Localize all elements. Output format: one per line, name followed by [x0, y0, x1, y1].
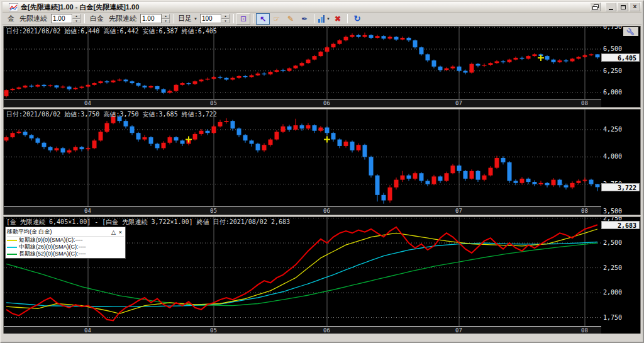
delete-x-icon: ✖	[335, 14, 341, 23]
window-title: 金[先限連続]1.00 - 白金[先限連続]1.00	[21, 3, 590, 12]
gold-x-axis: 0405060708	[4, 99, 601, 107]
platinum-multiplier-input[interactable]	[140, 14, 162, 23]
y-axis-label: 3,500	[603, 208, 622, 215]
spread-y-axis: 2,7502,5002,2502,0001,7502,683	[601, 217, 640, 334]
platinum-multiplier-spin-buttons[interactable]: ▴▾	[162, 14, 170, 23]
spin-up-icon[interactable]: ▴	[72, 14, 80, 19]
x-axis-label: 06	[323, 327, 330, 334]
gridlines	[4, 26, 601, 99]
mid-ma-swatch	[7, 247, 17, 248]
close-button[interactable]: ×	[630, 3, 640, 11]
toolbar-separator	[174, 14, 174, 23]
hand-tool-button[interactable]: ☞	[270, 13, 284, 25]
legend-title: 移動平均(金 白金)	[7, 228, 110, 236]
chevron-down-icon: ▼	[326, 17, 330, 21]
crosshair-markers	[186, 137, 330, 143]
x-axis-label: 04	[84, 100, 91, 106]
chart-select-tool-button[interactable]: ⊡	[236, 13, 250, 25]
y-axis-label: 6,500	[603, 45, 622, 52]
candlesticks	[4, 33, 600, 98]
x-axis-label: 04	[84, 208, 91, 214]
pen-tool-button[interactable]: ✒	[297, 13, 311, 25]
x-axis-label: 05	[210, 327, 217, 334]
minimize-button[interactable]	[606, 3, 616, 11]
chart-type-button[interactable]: ▼	[317, 13, 331, 25]
candlesticks	[4, 113, 600, 204]
legend-collapse-button[interactable]: △	[110, 229, 117, 235]
spin-up-icon[interactable]: ▴	[162, 14, 170, 19]
bar-count-spinner: ▴▾	[200, 14, 230, 23]
toolbar-separator	[233, 14, 234, 23]
moving-average-legend: 移動平均(金 白金) △ × 短期線(9)(0)(SMA)(C):---- 中期…	[5, 227, 126, 259]
settings-wrench-icon[interactable]	[623, 27, 638, 36]
pointer-tool-button[interactable]: ↖	[256, 13, 270, 25]
pointer-icon: ↖	[260, 14, 266, 23]
x-axis-label: 07	[455, 100, 462, 106]
y-axis-label: 4,000	[603, 153, 622, 160]
hand-icon: ☞	[274, 14, 280, 23]
pencil-tool-button[interactable]: ✎	[284, 13, 297, 25]
maximize-icon	[621, 5, 626, 9]
toolbar-separator	[314, 14, 314, 23]
x-axis-label: 07	[455, 208, 462, 214]
close-icon: ×	[633, 4, 637, 10]
platinum-plot-svg	[4, 110, 601, 206]
platinum-series-label: 先限連続	[109, 14, 136, 23]
chart-window: 金[先限連続]1.00 - 白金[先限連続]1.00 × 金 先限連続 ▴▾ 白…	[0, 0, 644, 343]
spin-down-icon[interactable]: ▾	[162, 19, 170, 24]
pencil-icon: ✎	[287, 14, 294, 23]
spin-down-icon[interactable]: ▾	[221, 19, 230, 24]
y-axis-label: 4,250	[603, 126, 622, 133]
spread-chart-panel: [金 先限連続 6,405×1.00] - [白金 先限連続 3,722×1.0…	[3, 216, 641, 335]
y-axis-label: 2,250	[603, 264, 622, 271]
spin-down-icon[interactable]: ▾	[72, 19, 80, 24]
cascade-button[interactable]	[590, 3, 601, 11]
x-axis-label: 05	[210, 100, 217, 106]
x-axis-label: 05	[210, 208, 217, 214]
x-axis-label: 07	[455, 327, 462, 334]
y-axis-label: 2,500	[603, 239, 622, 246]
maximize-button[interactable]	[618, 3, 628, 11]
platinum-candlestick-chart[interactable]: 日付:2021/08/02 始値:3,750 高値:3,750 安値:3,685…	[4, 110, 601, 206]
gold-multiplier-spin-buttons[interactable]: ▴▾	[72, 14, 80, 23]
y-axis-label: 6,750	[603, 26, 622, 30]
refresh-button[interactable]: ↻	[350, 13, 364, 25]
x-axis-label: 04	[84, 327, 91, 334]
cascade-icon	[592, 4, 599, 10]
y-axis-label: 2,000	[603, 289, 622, 296]
platinum-chart-panel: 日付:2021/08/02 始値:3,750 高値:3,750 安値:3,685…	[3, 109, 641, 215]
period-label: 日足	[178, 14, 192, 23]
spin-up-icon[interactable]: ▴	[221, 14, 230, 19]
x-axis-label: 08	[581, 327, 588, 334]
last-price-badge: 3,722	[601, 183, 640, 191]
bar-count-input[interactable]	[200, 14, 221, 23]
gold-candlestick-chart[interactable]: 日付:2021/08/02 始値:6,440 高値:6,442 安値:6,387…	[4, 26, 601, 99]
chart-select-icon: ⊡	[240, 14, 247, 23]
app-icon	[9, 3, 18, 11]
y-axis-label: 6,000	[603, 89, 622, 96]
platinum-multiplier-spinner: ▴▾	[140, 14, 170, 23]
delete-drawing-button[interactable]: ✖	[331, 13, 345, 25]
legend-close-button[interactable]: ×	[117, 229, 124, 235]
platinum-symbol-label: 白金	[90, 14, 104, 23]
gold-plot-svg	[4, 26, 601, 99]
refresh-icon: ↻	[354, 14, 361, 23]
chevron-down-icon: ▼	[194, 17, 197, 21]
gold-chart-panel: 日付:2021/08/02 始値:6,440 高値:6,442 安値:6,387…	[3, 26, 641, 108]
legend-item-long: 長期線(52)(0)(SMA)(C):----	[7, 250, 124, 257]
minimize-icon	[609, 9, 613, 10]
gold-series-label: 先限連続	[19, 14, 47, 23]
bar-chart-icon	[318, 15, 325, 23]
spread-line-chart[interactable]: [金 先限連続 6,405×1.00] - [白金 先限連続 3,722×1.0…	[4, 217, 601, 326]
chart-stack: 日付:2021/08/02 始値:6,440 高値:6,442 安値:6,387…	[3, 26, 641, 335]
platinum-x-axis: 0405060708	[4, 206, 601, 215]
y-axis-label: 6,250	[603, 67, 622, 74]
titlebar: 金[先限連続]1.00 - 白金[先限連続]1.00 ×	[3, 2, 641, 13]
window-bottom-edge	[1, 334, 643, 342]
period-dropdown[interactable]: 日足 ▼	[178, 14, 197, 23]
gold-multiplier-input[interactable]	[51, 14, 72, 23]
bar-count-spin-buttons[interactable]: ▴▾	[221, 14, 230, 23]
gold-y-axis: 6,7506,5006,2506,0006,405	[601, 26, 640, 107]
gold-symbol-label: 金	[8, 14, 14, 23]
gridlines	[4, 110, 601, 206]
